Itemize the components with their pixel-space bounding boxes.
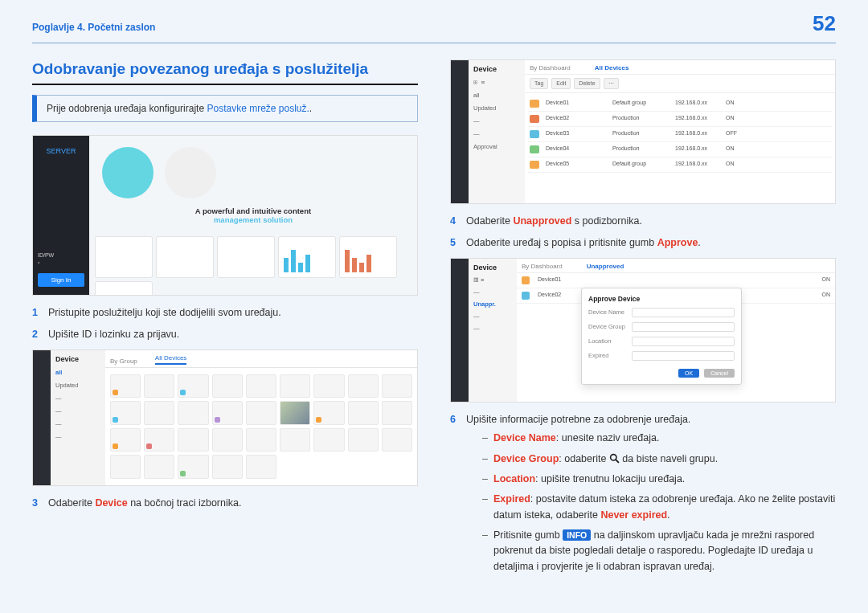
table-button[interactable]: Delete — [574, 78, 600, 89]
fig4-tab-unapproved[interactable]: Unapproved — [587, 263, 624, 270]
device-group-input[interactable] — [632, 322, 735, 332]
svg-line-1 — [616, 460, 618, 462]
fig3-tab-dashboard[interactable]: By Dashboard — [530, 64, 571, 72]
dashboard-card — [157, 237, 213, 277]
note-text-after: . — [309, 103, 312, 114]
info-badge: INFO — [563, 529, 591, 541]
header-rule — [32, 43, 836, 43]
fig2-side-item[interactable]: all — [55, 369, 100, 376]
table-button[interactable]: ⋯ — [604, 78, 619, 89]
banner-text: A powerful and intuitive contentmanageme… — [96, 206, 411, 224]
sub-device-group: Device Group: odaberite da biste naveli … — [482, 452, 836, 467]
step-1: Pristupite poslužitelju koji ste dodijel… — [32, 305, 418, 321]
modal-title: Approve Device — [588, 295, 735, 303]
expired-input[interactable] — [632, 351, 735, 361]
chapter-label: Poglavlje 4. Početni zaslon — [32, 22, 155, 33]
dashboard-card — [96, 282, 152, 296]
table-button[interactable]: Edit — [551, 78, 571, 89]
unapproved-label: Unapproved — [513, 215, 571, 227]
magnify-icon — [609, 453, 620, 464]
step-5: Odaberite uređaj s popisa i pritisnite g… — [450, 235, 836, 251]
figure-device-grid: Device all Updated ———— By Group All Dev… — [32, 349, 418, 486]
dashboard-chart-card — [340, 237, 396, 277]
figure-device-table: Device ⊞ ≡ all Updated —— Approval By Da… — [450, 59, 836, 204]
fig3-tab-all[interactable]: All Devices — [595, 64, 629, 72]
sign-in-button[interactable]: Sign In — [38, 273, 84, 287]
modal-ok-button[interactable]: OK — [678, 369, 699, 378]
note-text-before: Prije odobrenja uređaja konfigurirajte — [47, 103, 207, 114]
fig2-tab-bygroup[interactable]: By Group — [110, 358, 137, 365]
approve-device-modal: Approve Device Device Name Device Group … — [581, 288, 742, 385]
dashboard-chart-card — [279, 237, 335, 277]
figure-approve-modal: Device ⊞ ≡—Unappr.—— By Dashboard Unappr… — [450, 258, 836, 403]
step-2: Upišite ID i lozinku za prijavu. — [32, 327, 418, 342]
sub-info: Pritisnite gumb INFO na daljinskom uprav… — [482, 528, 836, 574]
fig2-side-title: Device — [55, 355, 100, 363]
sub-device-name: Device Name: unesite naziv uređaja. — [482, 431, 836, 446]
modal-cancel-button[interactable]: Cancel — [704, 369, 735, 378]
steps-list-left-cont: Odaberite Device na bočnoj traci izborni… — [32, 496, 418, 511]
device-label: Device — [95, 497, 127, 509]
fig2-tab-all[interactable]: All Devices — [155, 354, 187, 365]
steps-list-right-2: Upišite informacije potrebne za odobrenj… — [450, 412, 836, 574]
steps-list-left: Pristupite poslužitelju koji ste dodijel… — [32, 305, 418, 343]
server-logo: SERVER — [33, 136, 89, 166]
approve-label: Approve — [657, 237, 698, 248]
steps-list-right: Odaberite Unapproved s podizbornika. Oda… — [450, 214, 836, 251]
table-button[interactable]: Tag — [530, 78, 548, 89]
note-link[interactable]: Postavke mreže posluž. — [207, 103, 309, 114]
idpw-label: ID/PW — [33, 252, 89, 260]
step-4: Odaberite Unapproved s podizbornika. — [450, 214, 836, 229]
device-table: Device01Default group192.168.0.xxON Devi… — [525, 93, 835, 203]
section-rule — [32, 84, 418, 85]
sub-expired: Expired: postavite datum isteka za odobr… — [482, 492, 836, 523]
figure-server-login: SERVER ID/PW • Sign In A powerful and in… — [32, 135, 418, 296]
fig3-side-title: Device — [473, 65, 520, 73]
note-box: Prije odobrenja uređaja konfigurirajte P… — [32, 95, 418, 122]
step-3: Odaberite Device na bočnoj traci izborni… — [32, 496, 418, 511]
page-number: 52 — [813, 11, 836, 36]
fig2-side-item[interactable]: Updated — [55, 382, 100, 389]
sub-location: Location: upišite trenutnu lokaciju uređ… — [482, 472, 836, 487]
section-title: Odobravanje povezanog uređaja s poslužit… — [32, 59, 418, 79]
dashboard-card — [218, 237, 274, 277]
location-input[interactable] — [632, 337, 735, 346]
dashboard-card — [96, 237, 152, 277]
device-name-input[interactable] — [632, 308, 735, 317]
step-6-sublist: Device Name: unesite naziv uređaja. Devi… — [466, 431, 836, 574]
step-6: Upišite informacije potrebne za odobrenj… — [450, 412, 836, 574]
